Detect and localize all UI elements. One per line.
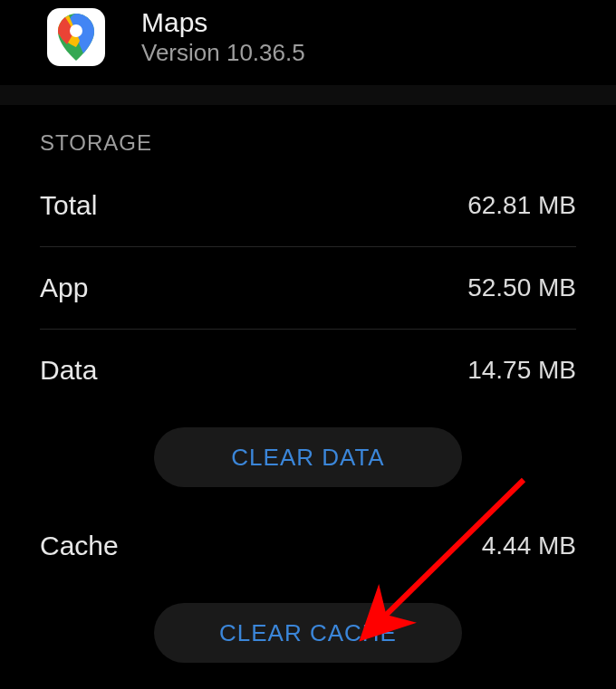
row-total: Total 62.81 MB [0,165,616,246]
section-divider [0,85,616,105]
row-app-label: App [40,273,88,303]
storage-section-title: STORAGE [0,105,616,165]
row-data: Data 14.75 MB [0,330,616,411]
google-maps-app-icon [47,8,105,66]
row-cache-value: 4.44 MB [482,531,576,560]
app-header: Maps Version 10.36.5 [0,0,616,85]
clear-cache-button[interactable]: CLEAR CACHE [154,603,462,663]
row-app-value: 52.50 MB [467,273,576,302]
app-name: Maps [141,7,305,37]
row-cache: Cache 4.44 MB [0,494,616,587]
svg-point-0 [70,24,82,37]
maps-pin-icon [58,14,94,61]
row-total-label: Total [40,190,97,221]
clear-data-button-wrap: CLEAR DATA [0,411,616,494]
row-data-label: Data [40,355,97,386]
row-data-value: 14.75 MB [467,356,576,385]
clear-cache-button-wrap: CLEAR CACHE [0,587,616,670]
clear-data-button[interactable]: CLEAR DATA [154,427,462,487]
app-info-storage-screen: Maps Version 10.36.5 STORAGE Total 62.81… [0,0,616,689]
app-header-text: Maps Version 10.36.5 [141,7,305,67]
row-app: App 52.50 MB [0,247,616,329]
row-total-value: 62.81 MB [467,191,576,220]
row-cache-label: Cache [40,531,119,561]
app-version: Version 10.36.5 [141,39,305,67]
